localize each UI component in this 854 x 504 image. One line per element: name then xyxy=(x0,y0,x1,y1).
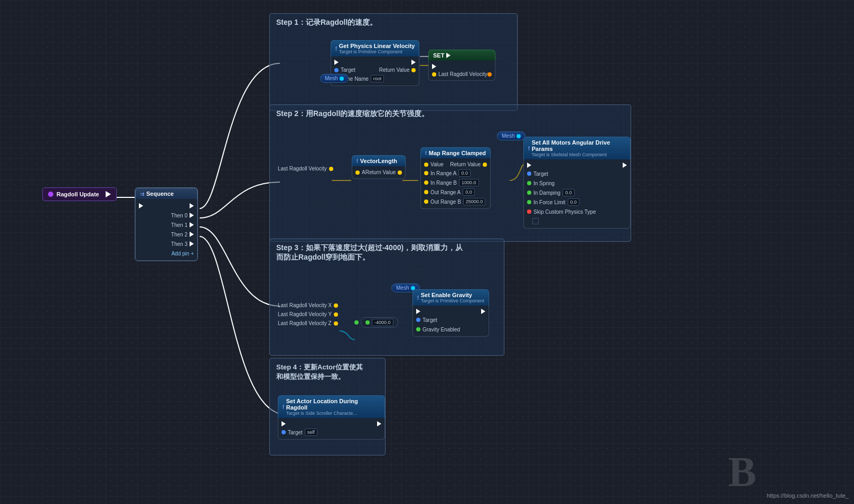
sequence-title: Sequence xyxy=(146,191,174,197)
target-pin xyxy=(334,68,339,72)
mesh2-pin xyxy=(517,134,521,138)
ragdoll-update-label: Ragdoll Update xyxy=(57,191,99,197)
map-range-title: Map Range Clamped xyxy=(429,150,486,156)
set-exec-out xyxy=(446,53,451,58)
motors-title: Set All Motors Angular Drive Params xyxy=(532,139,626,152)
watermark: B xyxy=(728,448,756,496)
vel-x-pin xyxy=(334,303,338,308)
exec-out-pin xyxy=(190,203,194,208)
vel-y-label: Last Ragdoll Velocity Y xyxy=(278,311,332,317)
actor-exec-out xyxy=(377,421,381,426)
motors-exec-out xyxy=(623,163,627,168)
get-physics-title: Get Physics Linear Velocity xyxy=(339,43,415,49)
out-range-b-pin xyxy=(424,199,428,204)
then3-label: Then 3 xyxy=(171,241,187,247)
exec-out xyxy=(411,60,416,65)
motors-subtitle: Target is Skeletal Mesh Component xyxy=(532,152,626,157)
actor-target-pin xyxy=(281,430,286,434)
in-force-val: 0.0 xyxy=(568,198,580,206)
mesh2-label: Mesh xyxy=(502,133,514,139)
return-label: Return Value xyxy=(379,67,410,73)
target-label: Target xyxy=(341,67,355,73)
mesh3-label: Mesh xyxy=(396,285,409,291)
set-actor-title: Set Actor Location During Ragdoll xyxy=(286,398,380,411)
map-val-label: Value xyxy=(430,161,444,167)
vel-z-label: Last Ragdoll Velocity Z xyxy=(278,320,332,326)
grav-target-pin xyxy=(416,318,420,322)
then2-label: Then 2 xyxy=(171,232,187,237)
step2-panel: Step 2：用Ragdoll的速度缩放它的关节强度。 Last Ragdoll… xyxy=(269,104,631,242)
actor-target-val: self xyxy=(305,429,317,436)
in-damping-pin xyxy=(527,191,531,195)
mesh-label: Mesh xyxy=(325,75,337,81)
grav-enabled-label: Gravity Enabled xyxy=(423,327,460,332)
out-range-b-label: Out Range B xyxy=(430,199,461,205)
map-ret-pin xyxy=(483,163,487,167)
gravity-subtitle: Target is Primitive Component xyxy=(421,298,484,303)
then1-label: Then 1 xyxy=(171,222,187,228)
step3-title: Step 3：如果下落速度过大(超过-4000)，则取消重力，从 而防止Ragd… xyxy=(270,239,504,267)
actor-exec-in xyxy=(281,421,286,426)
exec-out-pin xyxy=(106,191,111,197)
in-spring-label: In Spring xyxy=(533,180,555,186)
skip-checkbox[interactable] xyxy=(532,218,539,224)
in-damping-val: 0.0 xyxy=(562,189,575,196)
sequence-node: ⇉ Sequence Then 0 Then 1 Then 2 Then 3 A… xyxy=(135,187,198,261)
step4-panel: Step 4：更新Actor位置使其 和模型位置保持一致。 f Set Acto… xyxy=(269,358,386,455)
vec-a-label: A xyxy=(362,169,365,175)
mesh-badge-step2: Mesh xyxy=(497,131,525,140)
skip-custom-label: Skip Custom Physics Type xyxy=(533,209,596,215)
set-actor-node: f Set Actor Location During Ragdoll Targ… xyxy=(278,395,385,440)
in-range-a-label: In Range A xyxy=(430,170,456,176)
vector-title: VectorLength xyxy=(360,158,397,164)
motors-target-label: Target xyxy=(533,171,548,177)
compare-in-pin xyxy=(354,320,359,325)
cmp-value: -4000.0 xyxy=(372,319,393,326)
last-ragdoll-vel: Last Ragdoll Velocity xyxy=(278,166,333,172)
in-damping-label: In Damping xyxy=(533,190,560,196)
then0-label: Then 0 xyxy=(171,213,187,218)
get-physics-subtitle: Target is Primitive Component xyxy=(339,49,415,54)
vector-length-node: f VectorLength A Return Value xyxy=(352,155,406,179)
in-force-pin xyxy=(527,200,531,204)
actor-target-label: Target xyxy=(288,430,303,435)
add-pin-label[interactable]: Add pin + xyxy=(171,251,194,256)
out-range-a-label: Out Range A xyxy=(430,189,461,195)
last-vel-label: Last Ragdoll Velocity xyxy=(278,166,327,172)
vel-y-pin xyxy=(334,312,338,317)
bone-value: root xyxy=(371,75,384,82)
vec-a-pin xyxy=(355,170,360,175)
grav-exec-in xyxy=(416,309,420,314)
cmp-out-pin xyxy=(365,320,370,325)
in-range-a-pin xyxy=(424,171,428,175)
motors-exec-in xyxy=(527,163,531,168)
set-actor-subtitle: Target is Side Scroller Characte... xyxy=(286,411,380,416)
velocity-pins: Last Ragdoll Velocity X Last Ragdoll Vel… xyxy=(278,302,338,326)
set-label: SET xyxy=(433,52,444,59)
attribution: https://blog.csdn.net/hello_tute_ xyxy=(767,492,849,499)
in-range-b-pin xyxy=(424,180,428,185)
then0-pin xyxy=(190,213,194,218)
mesh-badge-step1: Mesh xyxy=(320,73,349,83)
map-range-node: f Map Range Clamped Value Return Value I… xyxy=(420,147,491,209)
step1-panel: Step 1：记录Ragdoll的速度。 f Get Physics Linea… xyxy=(269,13,518,111)
in-spring-pin xyxy=(527,181,531,185)
then1-pin xyxy=(190,222,194,227)
set-node: SET Last Ragdoll Velocity xyxy=(428,50,495,81)
set-exec-in xyxy=(432,64,436,69)
return-pin xyxy=(411,68,416,72)
in-range-a-val: 0.0 xyxy=(458,169,471,177)
skip-custom-pin xyxy=(527,210,531,214)
vel-z-pin xyxy=(334,321,338,326)
exec-in-pin xyxy=(139,203,143,208)
motors-target-pin xyxy=(527,172,531,176)
in-range-b-label: In Range B xyxy=(430,180,457,186)
gravity-title: Set Enable Gravity xyxy=(421,292,484,298)
vec-ret-pin xyxy=(398,170,402,175)
map-ret-label: Return Value xyxy=(450,161,481,167)
out-range-a-val: 0.0 xyxy=(463,188,475,196)
grav-exec-out xyxy=(481,309,485,314)
step1-title: Step 1：记录Ragdoll的速度。 xyxy=(270,14,517,32)
then3-pin xyxy=(190,241,194,246)
mesh-pin xyxy=(340,77,344,81)
